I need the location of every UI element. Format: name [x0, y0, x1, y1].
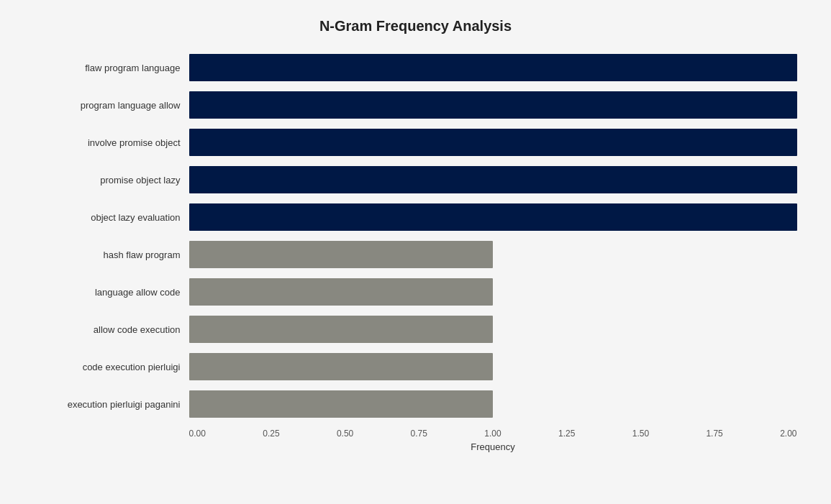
bar-bg [189, 198, 797, 236]
bar-fill [189, 278, 494, 306]
x-tick: 2.00 [780, 429, 796, 439]
bar-bg [189, 236, 797, 273]
bar-label: language allow code [35, 287, 189, 298]
x-axis-ticks: 0.000.250.500.751.001.251.501.752.00 [189, 429, 797, 439]
x-tick: 1.50 [632, 429, 649, 439]
bar-label: execution pierluigi paganini [35, 399, 189, 410]
bar-fill [189, 390, 494, 418]
bar-row: involve promise object [35, 124, 797, 161]
chart-area: flaw program languageprogram language al… [35, 49, 797, 423]
bar-bg [189, 311, 797, 348]
bar-bg [189, 124, 797, 161]
bar-row: object lazy evaluation [35, 198, 797, 236]
bar-fill [189, 353, 494, 380]
bar-label: hash flaw program [35, 249, 189, 260]
bar-fill [189, 129, 797, 156]
bar-row: promise object lazy [35, 161, 797, 198]
x-tick: 0.25 [263, 429, 279, 439]
bar-bg [189, 385, 797, 423]
bar-bg [189, 348, 797, 385]
chart-container: N-Gram Frequency Analysis flaw program l… [20, 4, 812, 500]
bar-fill [189, 54, 797, 81]
bar-bg [189, 273, 797, 311]
bar-label: promise object lazy [35, 175, 189, 185]
bar-row: hash flaw program [35, 236, 797, 273]
bar-row: flaw program language [35, 49, 797, 86]
bar-bg [189, 86, 797, 124]
x-tick: 1.25 [558, 429, 575, 439]
x-tick: 0.75 [411, 429, 427, 439]
bar-label: program language allow [35, 100, 189, 111]
bar-row: allow code execution [35, 311, 797, 348]
bar-fill [189, 316, 494, 343]
x-tick: 1.00 [484, 429, 501, 439]
x-tick: 1.75 [706, 429, 722, 439]
bar-label: flaw program language [35, 63, 189, 73]
bar-label: code execution pierluigi [35, 362, 189, 372]
bar-label: object lazy evaluation [35, 212, 189, 223]
bar-row: program language allow [35, 86, 797, 124]
bar-fill [189, 203, 797, 231]
bar-row: execution pierluigi paganini [35, 385, 797, 423]
bar-fill [189, 91, 797, 119]
x-axis-label: Frequency [189, 441, 797, 452]
x-axis: 0.000.250.500.751.001.251.501.752.00 Fre… [189, 429, 797, 457]
x-tick: 0.00 [189, 429, 206, 439]
chart-title: N-Gram Frequency Analysis [35, 18, 797, 35]
bar-label: involve promise object [35, 137, 189, 148]
bar-fill [189, 166, 797, 193]
bar-bg [189, 49, 797, 86]
x-tick: 0.50 [337, 429, 353, 439]
bar-row: language allow code [35, 273, 797, 311]
bar-bg [189, 161, 797, 198]
bar-fill [189, 241, 494, 268]
bar-label: allow code execution [35, 324, 189, 335]
bar-row: code execution pierluigi [35, 348, 797, 385]
